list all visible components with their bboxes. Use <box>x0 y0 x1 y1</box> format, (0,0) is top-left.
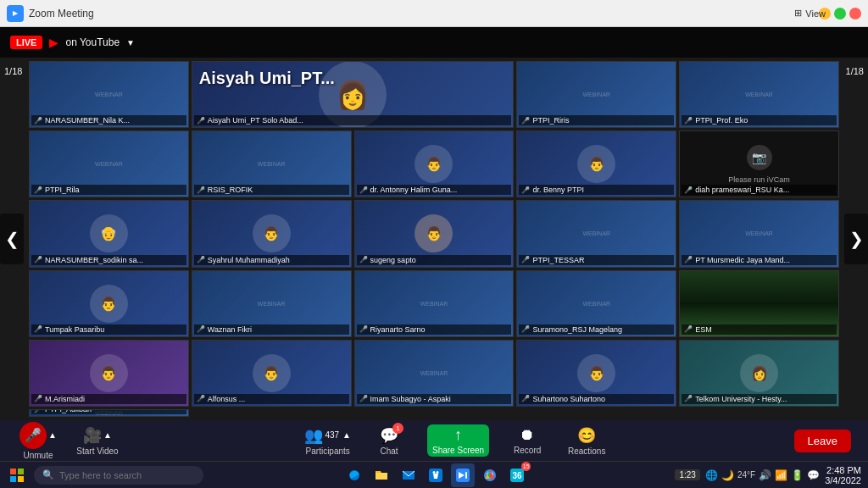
time-display: 2:48 PM <box>825 465 861 475</box>
video-cell-7[interactable]: 👨 dr. Antonny Halim Guna... <box>354 130 515 197</box>
participant-name-23: Suhartono Suhartono <box>519 394 674 404</box>
reactions-icon: 😊 <box>577 426 596 445</box>
participant-name-20: M.Arismiadi <box>31 394 186 404</box>
ivcam-text: Please run iVCam <box>728 175 790 184</box>
record-button[interactable]: ⏺ Record <box>506 426 548 455</box>
svg-rect-10 <box>465 472 467 479</box>
svg-rect-1 <box>18 469 24 474</box>
participants-icon: 👥 <box>304 426 323 445</box>
toolbar-left: 🎤 ▲ Unmute 🎥 ▲ Start Video <box>17 422 119 460</box>
svg-point-6 <box>433 471 436 474</box>
video-cell-14[interactable]: WEBINAR PT Mursmedic Jaya Mand... <box>679 200 839 267</box>
participant-name-21: Alfonsus ... <box>194 394 349 404</box>
video-cell-13[interactable]: WEBINAR PTPI_TESSAR <box>516 200 676 267</box>
share-screen-icon: ↑ <box>454 426 462 444</box>
video-cell-15[interactable]: 👨 Tumpak Pasaribu <box>29 270 189 337</box>
leave-button[interactable]: Leave <box>794 430 851 452</box>
mute-icon: 🎤 <box>19 422 47 449</box>
taskbar-app-edge[interactable] <box>342 463 366 487</box>
view-button[interactable]: ⊞ View <box>794 8 826 19</box>
participant-name-6: RSIS_ROFIK <box>194 185 349 195</box>
taskbar-apps: 36 15 <box>337 463 534 487</box>
page-indicator-left: 1/18 <box>4 66 22 76</box>
video-cell-featured[interactable]: 👩 Aisyah Umi_PT... Aisyah Umi_PT Solo Ab… <box>192 61 515 128</box>
video-cell-1[interactable]: WEBINAR NARASUMBER_Nila K... <box>29 61 189 128</box>
participant-name-1: NARASUMBER_Nila K... <box>31 115 186 125</box>
participant-name-22: Imam Subagyo - Aspaki <box>357 394 512 404</box>
video-cell-20[interactable]: 👨 M.Arismiadi <box>29 340 189 407</box>
participant-name-15: Tumpak Pasaribu <box>31 324 186 335</box>
clock-display: 2:48 PM 3/4/2022 <box>825 465 861 485</box>
live-bar: LIVE ▶ on YouTube ▼ <box>0 27 868 58</box>
participant-name-18: Suramono_RSJ Magelang <box>519 324 674 335</box>
toolbar-right: Leave <box>794 430 851 452</box>
share-screen-button[interactable]: ↑ Share Screen <box>427 424 489 457</box>
notification-icon[interactable]: 💬 <box>807 469 820 481</box>
windows-taskbar: 🔍 36 15 1:23 🌐 🌙 24° <box>0 461 868 488</box>
reactions-button[interactable]: 😊 Reactions <box>565 426 608 456</box>
taskbar-left: 🔍 <box>0 462 203 488</box>
video-cell-18[interactable]: WEBINAR Suramono_RSJ Magelang <box>516 270 676 337</box>
unmute-arrow[interactable]: ▲ <box>48 430 57 440</box>
start-button[interactable] <box>0 462 34 488</box>
video-cell-9[interactable]: 📷 Please run iVCam diah prameswari_RSU K… <box>679 130 839 197</box>
taskbar-app-chrome[interactable] <box>478 463 502 487</box>
video-cell-5[interactable]: WEBINAR PTPI_Rila <box>29 130 189 197</box>
participant-name-25: PTPI_Adilbah <box>31 409 186 414</box>
svg-rect-3 <box>18 476 24 482</box>
previous-page-button[interactable]: ❮ <box>0 214 24 264</box>
participant-name-3: PTPI_Riris <box>519 115 674 125</box>
video-cell-11[interactable]: 👨 Syahrul Muhammadiyah <box>192 200 352 267</box>
video-cell-4[interactable]: WEBINAR PTPI_Prof. Eko <box>679 61 839 128</box>
maximize-button[interactable] <box>834 8 846 19</box>
taskbar-app-mail[interactable] <box>397 463 420 487</box>
battery-icon: 🔋 <box>791 469 804 481</box>
page-indicator-right: 1/18 <box>846 66 864 76</box>
video-cell-12[interactable]: 👨 sugeng sapto <box>354 200 515 267</box>
video-cell-21[interactable]: 👨 Alfonsus ... <box>192 340 352 407</box>
participant-name-9: diah prameswari_RSU Ka... <box>682 185 837 195</box>
taskbar-app-zoom[interactable] <box>451 463 475 487</box>
speaker-icon: 🔊 <box>759 469 771 481</box>
video-cell-3[interactable]: WEBINAR PTPI_Riris <box>516 61 676 128</box>
participants-button[interactable]: 👥 437 ▲ Participants <box>304 426 351 456</box>
participant-name-14: PT Mursmedic Jaya Mand... <box>682 255 837 265</box>
unmute-button[interactable]: 🎤 ▲ Unmute <box>17 422 59 460</box>
video-cell-17[interactable]: WEBINAR Riyanarto Sarno <box>354 270 515 337</box>
taskbar-right: 1:23 🌐 🌙 24°F 🔊 📶 🔋 💬 2:48 PM 3/4/2022 <box>668 465 868 485</box>
video-cell-10[interactable]: 👴 NARASUMBER_sodikin sa... <box>29 200 189 267</box>
video-arrow[interactable]: ▲ <box>103 430 112 440</box>
chat-badge: 1 <box>392 423 403 434</box>
video-cell-8[interactable]: 👨 dr. Benny PTPI <box>516 130 676 197</box>
unmute-label: Unmute <box>23 451 53 460</box>
video-cell-16[interactable]: WEBINAR Waznan Fikri <box>192 270 352 337</box>
participant-name-13: PTPI_TESSAR <box>519 255 674 265</box>
participants-arrow[interactable]: ▲ <box>342 430 351 440</box>
video-cell-22[interactable]: WEBINAR Imam Subagyo - Aspaki <box>354 340 515 407</box>
search-input[interactable] <box>59 470 178 480</box>
view-label: View <box>805 8 826 19</box>
svg-rect-0 <box>10 469 16 474</box>
chat-button[interactable]: 💬 1 Chat <box>368 426 410 456</box>
zoom-logo <box>7 5 24 22</box>
next-page-button[interactable]: ❯ <box>844 214 868 264</box>
grid-icon: ⊞ <box>794 8 802 19</box>
unmute-icon-wrapper: 🎤 ▲ <box>19 422 57 449</box>
close-button[interactable] <box>849 8 861 19</box>
taskbar-app-explorer[interactable] <box>370 463 393 487</box>
video-cell-24[interactable]: 👩 Telkom University - Hesty... <box>679 340 839 407</box>
participant-name-10: NARASUMBER_sodikin sa... <box>31 255 186 265</box>
video-cell-25[interactable]: WEBINAR PTPI_Adilbah <box>29 409 189 417</box>
video-cell-23[interactable]: 👨 Suhartono Suhartono <box>516 340 676 407</box>
participant-name-5: PTPI_Rila <box>31 185 186 195</box>
taskbar-app-badge[interactable]: 36 15 <box>505 463 529 487</box>
live-badge: LIVE <box>10 36 42 49</box>
video-cell-6[interactable]: WEBINAR RSIS_ROFIK <box>192 130 352 197</box>
participant-name-24: Telkom University - Hesty... <box>682 394 837 404</box>
start-video-button[interactable]: 🎥 ▲ Start Video <box>76 426 119 456</box>
taskbar-app-store[interactable] <box>424 463 448 487</box>
date-display: 3/4/2022 <box>825 475 861 485</box>
search-bar[interactable]: 🔍 <box>34 466 203 485</box>
video-cell-19[interactable]: ESM <box>679 270 839 337</box>
live-dropdown-arrow[interactable]: ▼ <box>126 38 135 47</box>
